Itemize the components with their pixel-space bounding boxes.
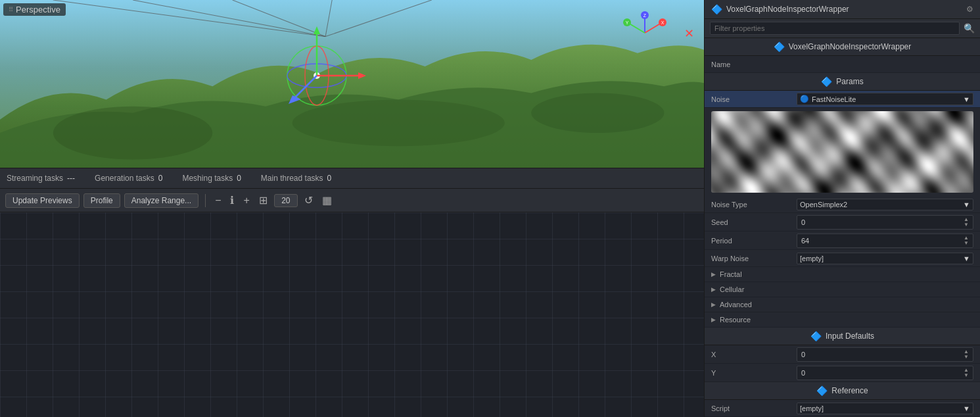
panel-settings-icon[interactable]: ⚙	[966, 5, 973, 14]
y-stepper[interactable]: ▲ ▼	[964, 368, 969, 378]
rotate-ccw-button[interactable]: ↺	[302, 193, 315, 208]
svg-text:Z: Z	[643, 13, 647, 18]
zoom-level: 20	[274, 194, 298, 207]
viewport: ⠿ Perspective Z X Y ✕	[0, 0, 704, 168]
wrapper-section-header: 🔷 VoxelGraphNodeInspectorWrapper	[705, 38, 980, 56]
noise-row: Noise 🔵 FastNoiseLite ▼	[705, 91, 980, 108]
params-label: Params	[836, 77, 863, 86]
svg-line-12	[645, 23, 661, 33]
warp-noise-arrow: ▼	[963, 255, 970, 262]
reference-section-header: 🔷 Reference	[705, 382, 980, 400]
main-thread-tasks: Main thread tasks 0	[261, 174, 331, 183]
info-button[interactable]: ℹ	[227, 193, 237, 208]
fractal-chevron: ▶	[711, 271, 716, 278]
noise-dropdown-arrow: ▼	[963, 95, 970, 103]
streaming-label: Streaming tasks	[7, 174, 63, 183]
x-value: 0	[801, 351, 805, 358]
resource-section[interactable]: ▶ Resource	[705, 312, 980, 328]
layout-button[interactable]: ⊞	[256, 193, 270, 208]
connections-svg	[0, 212, 704, 417]
script-row: Script [empty] ▼	[705, 400, 980, 417]
x-stepper[interactable]: ▲ ▼	[964, 349, 969, 360]
meshing-label: Meshing tasks	[182, 174, 233, 183]
toolbar-separator	[205, 194, 206, 207]
inspector-panel: 🔷 VoxelGraphNodeInspectorWrapper ⚙ 🔍 🔷 V…	[704, 0, 980, 417]
analyze-range-button[interactable]: Analyze Range...	[124, 193, 198, 208]
svg-marker-25	[358, 72, 366, 79]
seed-down-arrow[interactable]: ▼	[964, 222, 969, 228]
meshing-count: 0	[237, 174, 241, 183]
cellular-section[interactable]: ▶ Cellular	[705, 282, 980, 297]
viewport-label: ⠿ Perspective	[3, 3, 66, 16]
seed-field[interactable]: 0 ▲ ▼	[797, 215, 973, 230]
script-label: Script	[711, 405, 797, 412]
period-label: Period	[711, 237, 797, 245]
grip-icon: ⠿	[9, 6, 13, 13]
script-value: [empty]	[800, 405, 824, 412]
filter-input[interactable]	[710, 22, 960, 35]
wrapper-icon: 🔷	[774, 41, 785, 52]
resource-label: Resource	[720, 316, 751, 324]
period-row: Period 64 ▲ ▼	[705, 232, 980, 250]
y-value: 0	[801, 369, 805, 377]
zoom-out-button[interactable]: −	[212, 193, 223, 208]
y-field[interactable]: 0 ▲ ▼	[797, 366, 973, 380]
seed-label: Seed	[711, 218, 797, 226]
reference-label: Reference	[831, 386, 868, 395]
close-button[interactable]: ✕	[684, 26, 694, 41]
panel-title-text: VoxelGraphNodeInspectorWrapper	[726, 5, 849, 14]
y-label: Y	[711, 369, 797, 377]
fractal-section[interactable]: ▶ Fractal	[705, 267, 980, 282]
noise-preview	[711, 111, 973, 193]
cellular-label: Cellular	[720, 285, 744, 293]
noise-canvas	[711, 111, 973, 193]
node-graph[interactable]: InputY y InputX x InputZ	[0, 212, 704, 417]
noise-type-value: OpenSimplex2	[800, 201, 847, 208]
panel-title: 🔷 VoxelGraphNodeInspectorWrapper	[711, 4, 849, 14]
period-field[interactable]: 64 ▲ ▼	[797, 233, 973, 248]
period-value: 64	[801, 237, 809, 245]
svg-marker-23	[314, 26, 320, 34]
x-field[interactable]: 0 ▲ ▼	[797, 347, 973, 362]
period-down-arrow[interactable]: ▼	[964, 241, 969, 246]
params-icon: 🔷	[821, 76, 832, 87]
panel-header: 🔷 VoxelGraphNodeInspectorWrapper ⚙	[705, 0, 980, 19]
update-previews-button[interactable]: Update Previews	[5, 193, 80, 208]
noise-value: FastNoiseLite	[812, 95, 856, 103]
warp-noise-label: Warp Noise	[711, 255, 797, 262]
svg-line-15	[628, 23, 645, 33]
profile-button[interactable]: Profile	[83, 193, 120, 208]
svg-text:Y: Y	[626, 20, 629, 25]
search-icon: 🔍	[964, 23, 975, 34]
period-stepper[interactable]: ▲ ▼	[964, 235, 969, 246]
resource-chevron: ▶	[711, 316, 716, 323]
seed-stepper[interactable]: ▲ ▼	[964, 217, 969, 228]
grid-button[interactable]: ▦	[319, 193, 335, 208]
seed-row: Seed 0 ▲ ▼	[705, 213, 980, 232]
script-dropdown[interactable]: [empty] ▼	[797, 403, 973, 414]
script-arrow: ▼	[963, 405, 970, 412]
noise-type-label: Noise Type	[711, 201, 797, 208]
streaming-count: ---	[67, 174, 75, 183]
zoom-in-button[interactable]: +	[241, 193, 252, 208]
warp-noise-dropdown[interactable]: [empty] ▼	[797, 253, 973, 264]
filter-bar: 🔍	[705, 19, 980, 38]
advanced-chevron: ▶	[711, 301, 716, 308]
name-row: Name	[705, 56, 980, 73]
gizmo: Z X Y	[622, 10, 668, 56]
y-down-arrow[interactable]: ▼	[964, 373, 969, 378]
input-defaults-section-header: 🔷 Input Defaults	[705, 328, 980, 345]
taskbar: Streaming tasks --- Generation tasks 0 M…	[0, 168, 704, 189]
noise-dropdown[interactable]: 🔵 FastNoiseLite ▼	[797, 93, 973, 105]
svg-text:X: X	[661, 20, 665, 25]
input-defaults-icon: 🔷	[810, 331, 822, 341]
noise-type-row: Noise Type OpenSimplex2 ▼	[705, 196, 980, 213]
advanced-section[interactable]: ▶ Advanced	[705, 297, 980, 312]
toolbar: Update Previews Profile Analyze Range...…	[0, 189, 704, 212]
streaming-tasks: Streaming tasks ---	[7, 174, 75, 183]
noise-label: Noise	[711, 95, 797, 103]
x-down-arrow[interactable]: ▼	[964, 355, 969, 360]
y-row: Y 0 ▲ ▼	[705, 364, 980, 382]
seed-value: 0	[801, 218, 805, 226]
noise-type-dropdown[interactable]: OpenSimplex2 ▼	[797, 199, 973, 210]
